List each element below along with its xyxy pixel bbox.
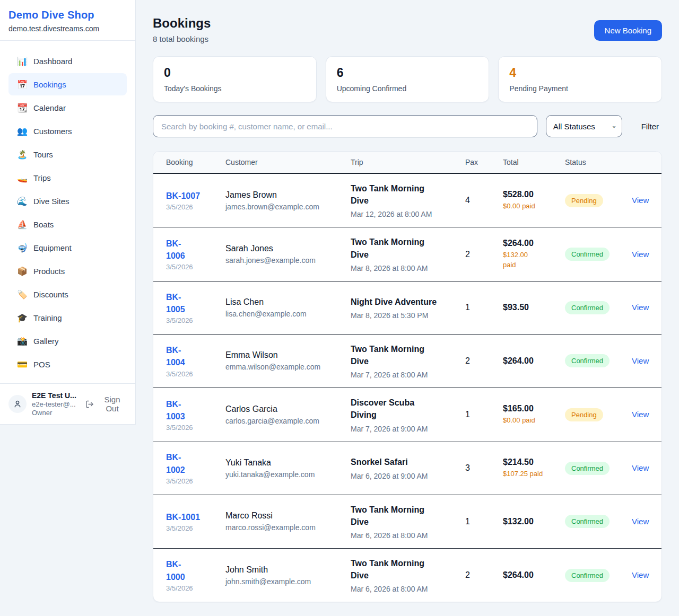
new-booking-button[interactable]: New Booking	[594, 20, 662, 41]
status-cell: Pending	[565, 186, 632, 216]
pax-cell: 2	[465, 348, 503, 374]
table-header-row: BookingCustomerTripPaxTotalStatus	[153, 152, 661, 174]
total-amount: $132.00	[503, 517, 560, 526]
sidebar-item-boats[interactable]: ⛵ Boats	[8, 213, 127, 235]
trip-name: Two Tank MorningDive	[351, 182, 460, 207]
table-row: BK-1005 3/5/2026 Lisa Chen lisa.chen@exa…	[153, 281, 661, 335]
booking-id-link[interactable]: BK-1003	[166, 398, 220, 423]
search-input[interactable]	[153, 115, 537, 137]
customer-email: sarah.jones@example.com	[225, 256, 345, 265]
sidebar-item-training[interactable]: 🎓 Training	[8, 306, 127, 329]
sidebar-item-dive-sites[interactable]: 🌊 Dive Sites	[8, 190, 127, 212]
total-cell: $214.50 $107.25 paid	[503, 449, 565, 487]
sidebar-item-trips[interactable]: 🚤 Trips	[8, 166, 127, 189]
booking-id-link[interactable]: BK-1007	[166, 190, 220, 202]
filter-button[interactable]: Filter	[638, 118, 662, 135]
main-content: Bookings 8 total bookings New Booking 0 …	[136, 0, 679, 602]
trip-name: Two Tank MorningDive	[351, 504, 460, 528]
trip-cell: Snorkel Safari Mar 6, 2026 at 9:00 AM	[351, 447, 465, 488]
sidebar-item-bookings[interactable]: 📅 Bookings	[8, 73, 127, 95]
trip-cell: Two Tank MorningDive Mar 12, 2026 at 8:0…	[351, 174, 465, 227]
total-amount: $165.00	[503, 404, 560, 413]
customer-email: marco.rossi@example.com	[225, 523, 345, 532]
paid-amount: $0.00 paid	[503, 201, 560, 211]
status-filter-select[interactable]: All Statuses	[546, 115, 622, 137]
trip-datetime: Mar 6, 2026 at 9:00 AM	[351, 472, 460, 480]
sidebar-item-equipment[interactable]: 🤿 Equipment	[8, 236, 127, 259]
sidebar-item-dashboard[interactable]: 📊 Dashboard	[8, 50, 127, 72]
sidebar-item-pos[interactable]: 💳 POS	[8, 353, 127, 375]
status-badge: Confirmed	[565, 354, 610, 367]
view-link[interactable]: View	[632, 517, 649, 526]
sidebar-item-gallery[interactable]: 📸 Gallery	[8, 330, 127, 352]
sidebar-item-discounts[interactable]: 🏷️ Discounts	[8, 283, 127, 305]
stat-label: Upcoming Confirmed	[337, 84, 478, 93]
action-cell: View	[632, 348, 649, 374]
trip-name: Two Tank MorningDive	[351, 557, 460, 582]
sidebar-item-products[interactable]: 📦 Products	[8, 260, 127, 282]
customer-name: Lisa Chen	[225, 297, 345, 307]
customer-email: lisa.chen@example.com	[225, 310, 345, 318]
diving-mask-icon: 🤿	[17, 243, 28, 253]
booking-id-link[interactable]: BK-1002	[166, 451, 220, 476]
user-name: E2E Test U...	[32, 391, 80, 400]
view-link[interactable]: View	[632, 410, 649, 419]
view-link[interactable]: View	[632, 570, 649, 579]
trip-name: Snorkel Safari	[351, 456, 460, 468]
booking-id-link[interactable]: BK-1006	[166, 237, 220, 262]
total-amount: $264.00	[503, 570, 560, 580]
paid-amount: $0.00 paid	[503, 416, 560, 425]
booking-id-link[interactable]: BK-1005	[166, 291, 220, 315]
table-row: BK-1001 3/5/2026 Marco Rossi marco.rossi…	[153, 495, 661, 549]
booking-id-link[interactable]: BK-1000	[166, 558, 220, 583]
customer-cell: Sarah Jones sarah.jones@example.com	[225, 235, 351, 273]
booking-date: 3/5/2026	[166, 584, 220, 592]
total-cell: $165.00 $0.00 paid	[503, 395, 565, 434]
booking-id-link[interactable]: BK-1004	[166, 344, 220, 368]
customer-email: james.brown@example.com	[225, 203, 345, 211]
sidebar-nav: 📊 Dashboard 📅 Bookings 📆 Calendar 👥 Cust…	[0, 41, 135, 376]
paid-amount: $132.00paid	[503, 250, 560, 269]
trip-cell: Two Tank MorningDive Mar 6, 2026 at 8:00…	[351, 549, 465, 602]
trip-datetime: Mar 8, 2026 at 8:00 AM	[351, 264, 460, 272]
total-amount: $528.00	[503, 190, 560, 199]
stat-card: 6 Upcoming Confirmed	[326, 56, 490, 102]
column-header-total: Total	[503, 158, 565, 166]
brand-domain: demo.test.divestreams.com	[8, 24, 127, 33]
customer-cell: Marco Rossi marco.rossi@example.com	[225, 503, 351, 540]
booking-date: 3/5/2026	[166, 424, 220, 432]
customer-email: emma.wilson@example.com	[225, 363, 345, 371]
log-out-icon	[85, 400, 94, 409]
sidebar-item-calendar[interactable]: 📆 Calendar	[8, 96, 127, 119]
view-link[interactable]: View	[632, 463, 649, 472]
view-link[interactable]: View	[632, 250, 649, 259]
total-amount: $214.50	[503, 457, 560, 467]
customer-name: Marco Rossi	[225, 511, 345, 521]
action-cell: View	[632, 401, 649, 428]
view-link[interactable]: View	[632, 196, 649, 205]
tear-off-calendar-icon: 📆	[17, 103, 28, 113]
sign-out-button[interactable]: Sign Out	[85, 395, 127, 413]
trip-cell: Two Tank MorningDive Mar 8, 2026 at 8:00…	[351, 227, 465, 280]
booking-id-link[interactable]: BK-1001	[166, 511, 220, 523]
person-icon	[13, 399, 22, 409]
status-badge: Confirmed	[565, 301, 610, 314]
sidebar-item-tours[interactable]: 🏝️ Tours	[8, 143, 127, 165]
filter-row: All Statuses ⌄ Filter	[153, 115, 662, 137]
pax-cell: 3	[465, 455, 503, 481]
calendar-date-icon: 📅	[17, 80, 28, 90]
view-link[interactable]: View	[632, 356, 649, 365]
customer-email: carlos.garcia@example.com	[225, 417, 345, 425]
avatar	[8, 395, 27, 413]
customer-name: James Brown	[225, 190, 345, 200]
graduation-cap-icon: 🎓	[17, 313, 28, 323]
sidebar-item-customers[interactable]: 👥 Customers	[8, 120, 127, 142]
booking-date: 3/5/2026	[166, 316, 220, 324]
status-cell: Pending	[565, 400, 632, 430]
booking-cell: BK-1000 3/5/2026	[166, 550, 225, 600]
booking-date: 3/5/2026	[166, 477, 220, 485]
action-cell: View	[632, 508, 649, 535]
booking-date: 3/5/2026	[166, 203, 220, 211]
view-link[interactable]: View	[632, 303, 649, 312]
speedboat-icon: 🚤	[17, 173, 28, 183]
